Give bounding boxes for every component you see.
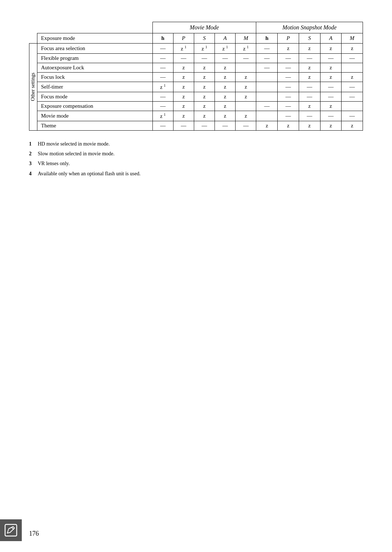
cell: — [152, 102, 173, 111]
svg-rect-0 [5, 524, 17, 536]
cell: — [278, 73, 299, 82]
sub-corner1 [29, 33, 37, 44]
cell: — [173, 121, 194, 131]
cell: z [236, 82, 256, 92]
cell: z [173, 73, 194, 82]
cell: z [278, 44, 299, 54]
cell: z [173, 63, 194, 73]
row-label-autoexposure: Autoexposure Lock [37, 63, 153, 73]
cell: — [320, 82, 342, 92]
cell: z [194, 92, 215, 102]
row-label-movie-mode: Movie mode [37, 111, 153, 121]
cell [256, 111, 278, 121]
cell: — [278, 102, 299, 111]
movie-mode-header: Movie Mode [152, 22, 256, 33]
row-label-flexible-program: Flexible program [37, 54, 153, 63]
table-row: Movie mode z 1 z z z z — — — — [29, 111, 363, 121]
cell: z [320, 73, 342, 82]
cell: — [342, 92, 363, 102]
table-row: Autoexposure Lock — z z z — — z z [29, 63, 363, 73]
cell: — [342, 82, 363, 92]
row-label-focus-area: Focus area selection [37, 44, 153, 54]
cell: z [299, 44, 320, 54]
header-top-row: Movie Mode Motion Snapshot Mode [29, 22, 363, 33]
row-label-focus-mode: Focus mode [37, 92, 153, 102]
cell: z [194, 73, 215, 82]
cell: z [320, 44, 342, 54]
footnote-text-1: HD movie selected in movie mode. [38, 139, 110, 148]
table-row: Focus mode — z z z z — — — — [29, 92, 363, 102]
cell: z [299, 121, 320, 131]
row-label-self-timer: Self-timer [37, 82, 153, 92]
footnote-2: 2 Slow motion selected in movie mode. [29, 149, 363, 158]
page-number: 176 [29, 530, 39, 537]
cell: — [342, 54, 363, 63]
col-s-movie: S [194, 33, 215, 44]
cell: z [194, 102, 215, 111]
footnote-num-4: 4 [29, 169, 35, 178]
cell: z [194, 111, 215, 121]
cell: — [320, 54, 342, 63]
row-label-theme: Theme [37, 121, 153, 131]
cell: — [299, 111, 320, 121]
cell: z [278, 121, 299, 131]
cell: z [299, 102, 320, 111]
cell: — [152, 92, 173, 102]
cell: z [215, 111, 236, 121]
cell: z [236, 73, 256, 82]
cell [256, 92, 278, 102]
cell [342, 63, 363, 73]
footnote-num-2: 2 [29, 149, 35, 158]
cell [256, 73, 278, 82]
cell: z [320, 63, 342, 73]
other-settings-label: Other settings [30, 73, 36, 101]
cell: — [152, 63, 173, 73]
cell: z 1 [152, 111, 173, 121]
cell: — [278, 111, 299, 121]
footnote-num-1: 1 [29, 139, 35, 148]
row-label-focus-lock: Focus lock [37, 73, 153, 82]
col-h-movie: h [152, 33, 173, 44]
cell: z [173, 102, 194, 111]
cell: z [215, 82, 236, 92]
col-m-motion: M [342, 33, 363, 44]
corner-cell-rotated [29, 22, 37, 33]
col-m-movie: M [236, 33, 256, 44]
cell: z [236, 92, 256, 102]
bottom-icon [0, 519, 22, 541]
cell: — [342, 111, 363, 121]
cell: — [299, 54, 320, 63]
footnote-text-4: Available only when an optional flash un… [38, 169, 140, 178]
cell: — [256, 102, 278, 111]
cell: z 1 [173, 44, 194, 54]
cell: z [173, 92, 194, 102]
cell: — [173, 54, 194, 63]
footnote-3: 3 VR lenses only. [29, 159, 363, 168]
cell [236, 63, 256, 73]
table-row: Flexible program — — — — — — — — — — [29, 54, 363, 63]
side-label-rotated: Other settings [29, 44, 37, 131]
cell: z [194, 63, 215, 73]
cell: z [320, 121, 342, 131]
cell: z [215, 92, 236, 102]
cell: — [320, 92, 342, 102]
cell: z 1 [236, 44, 256, 54]
col-a-movie: A [215, 33, 236, 44]
cell [256, 82, 278, 92]
cell: — [278, 92, 299, 102]
cell [236, 102, 256, 111]
cell [342, 102, 363, 111]
motion-snapshot-header: Motion Snapshot Mode [256, 22, 363, 33]
page-content: Movie Mode Motion Snapshot Mode Exposure… [0, 0, 392, 208]
corner-cell-label [37, 22, 153, 33]
edit-icon [4, 524, 17, 537]
footnote-1: 1 HD movie selected in movie mode. [29, 139, 363, 148]
row-label-exposure-comp: Exposure compensation [37, 102, 153, 111]
cell: — [194, 121, 215, 131]
table-row: Focus lock — z z z z — z z z [29, 73, 363, 82]
cell: — [194, 54, 215, 63]
cell: — [152, 73, 173, 82]
col-s-motion: S [299, 33, 320, 44]
cell: z [320, 102, 342, 111]
cell: z [173, 111, 194, 121]
